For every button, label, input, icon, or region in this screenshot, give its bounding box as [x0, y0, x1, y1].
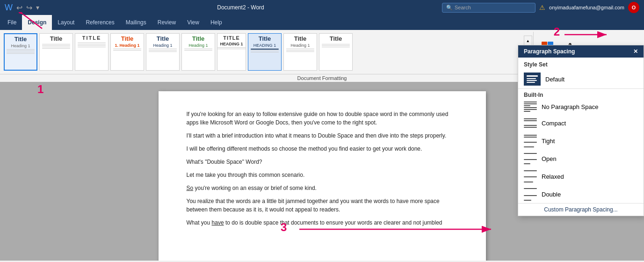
title-bar-center: Document2 - Word	[39, 4, 442, 11]
style-title-7: TITLE	[223, 35, 240, 41]
tight-icon	[524, 134, 537, 147]
title-bar-left: W ↩ ↪ ▾	[5, 3, 39, 13]
spacing-option-no-space[interactable]: No Paragraph Space	[518, 99, 644, 114]
style-title-4: Title	[121, 35, 134, 42]
paragraph-6: So you're working on an essay or brief o…	[187, 184, 458, 192]
search-icon: 🔍	[446, 5, 453, 11]
redo-btn[interactable]: ↪	[26, 3, 32, 12]
paragraph-3: I will be offering different methods so …	[187, 145, 458, 153]
svg-rect-2	[527, 75, 538, 77]
document-title: Document2 - Word	[217, 4, 264, 11]
user-email: onyimaduafamefuna@gmail.com	[549, 5, 624, 10]
no-space-label: No Paragraph Space	[542, 103, 598, 110]
ribbon-content: Title Heading 1 Title TITLE	[0, 30, 644, 74]
style-subtitle-4: 1. Heading 1	[115, 43, 139, 48]
paragraph-7: You realize that the words are a little …	[187, 197, 458, 214]
search-placeholder: Search	[455, 5, 471, 10]
style-title-5: Title	[157, 35, 169, 42]
default-style-icon	[526, 74, 539, 84]
spacing-option-open[interactable]: Open	[518, 150, 644, 167]
compact-label: Compact	[542, 120, 566, 127]
tab-view[interactable]: View	[181, 15, 205, 30]
tab-design[interactable]: Design	[22, 15, 52, 30]
title-bar: W ↩ ↪ ▾ Document2 - Word 🔍 Search ⚠ onyi…	[0, 0, 644, 15]
underline-have: have	[212, 219, 224, 226]
style-subtitle-5: Heading 1	[153, 43, 172, 48]
paragraph-spacing-dropdown: Paragraph Spacing ✕ Style Set Default	[518, 45, 644, 216]
paragraph-1: If you're looking for an easy to follow …	[187, 110, 458, 127]
annotation-2: 2	[554, 25, 560, 38]
style-item-6[interactable]: Title Heading 1	[181, 33, 215, 71]
style-item-1[interactable]: Title Heading 1	[4, 33, 37, 71]
style-subtitle-6: Heading 1	[188, 43, 208, 48]
custom-spacing-button[interactable]: Custom Paragraph Spacing...	[518, 203, 644, 216]
style-item-4[interactable]: Title 1. Heading 1	[110, 33, 144, 71]
style-item-10[interactable]: Title	[319, 33, 353, 71]
style-gallery: Title Heading 1 Title TITLE	[0, 32, 523, 72]
style-subtitle-7: HEADING 1	[220, 42, 243, 46]
tab-mailings[interactable]: Mailings	[120, 15, 152, 30]
gallery-up[interactable]: ▲	[524, 36, 532, 46]
style-item-3[interactable]: TITLE	[75, 33, 109, 71]
paragraph-4: What's "Double Space" Word?	[187, 158, 458, 166]
style-title-9: Title	[294, 35, 307, 42]
tab-help[interactable]: Help	[205, 15, 228, 30]
underline-so: So	[187, 185, 194, 191]
style-item-5[interactable]: Title Heading 1	[146, 33, 180, 71]
paragraph-2: I'll start with a brief introduction int…	[187, 131, 458, 140]
style-title-10: Title	[330, 35, 342, 42]
dropdown-header: Paragraph Spacing ✕	[518, 45, 644, 58]
default-option[interactable]: Default	[518, 70, 644, 88]
search-box[interactable]: 🔍 Search	[442, 3, 535, 13]
undo-btn[interactable]: ↩	[16, 3, 22, 12]
double-label: Double	[542, 191, 561, 198]
default-label: Default	[545, 76, 564, 83]
spacing-option-double[interactable]: Double	[518, 185, 644, 203]
compact-icon	[524, 116, 537, 130]
tab-file[interactable]: File	[2, 15, 22, 30]
warning-icon: ⚠	[539, 4, 545, 11]
style-subtitle-1: Heading 1	[11, 44, 30, 48]
style-subtitle-8: HEADING 1	[253, 43, 276, 48]
tab-review[interactable]: Review	[152, 15, 181, 30]
open-label: Open	[542, 155, 557, 162]
relaxed-icon	[524, 170, 537, 183]
style-item-7[interactable]: TITLE HEADING 1	[217, 33, 246, 71]
relaxed-label: Relaxed	[542, 173, 564, 180]
double-icon	[524, 188, 537, 201]
style-set-label: Style Set	[518, 58, 644, 70]
style-item-8[interactable]: Title HEADING 1	[248, 33, 282, 71]
open-icon	[524, 152, 537, 165]
spacing-option-relaxed[interactable]: Relaxed	[518, 167, 644, 185]
style-item-9[interactable]: Title Heading 1	[283, 33, 317, 71]
tight-label: Tight	[542, 138, 555, 145]
style-title-8: Title	[259, 35, 271, 42]
tab-references[interactable]: References	[80, 15, 120, 30]
arrow-2	[560, 28, 616, 42]
style-title-2: Title	[50, 35, 63, 42]
annotation-3: 3	[281, 221, 287, 234]
custom-spacing-label: Custom Paragraph Spacing...	[544, 206, 617, 213]
svg-rect-3	[527, 78, 536, 79]
builtin-label: Built-In	[518, 88, 644, 99]
arrow-3	[295, 222, 496, 236]
spacing-option-tight[interactable]: Tight	[518, 132, 644, 150]
annotation-1: 1	[37, 83, 43, 96]
style-title-1: Title	[14, 36, 27, 43]
title-bar-right: 🔍 Search ⚠ onyimaduafamefuna@gmail.com O	[442, 2, 639, 13]
user-avatar: O	[628, 2, 639, 13]
ribbon-tabs: File Design Layout References Mailings R…	[0, 15, 644, 30]
dropdown-close[interactable]: ✕	[633, 48, 638, 55]
word-icon[interactable]: W	[5, 3, 13, 13]
spacing-option-compact[interactable]: Compact	[518, 114, 644, 132]
customize-btn[interactable]: ▾	[36, 4, 39, 11]
svg-rect-5	[527, 82, 535, 83]
tab-layout[interactable]: Layout	[52, 15, 80, 30]
svg-rect-4	[527, 80, 537, 81]
style-item-2[interactable]: Title	[39, 33, 73, 71]
style-title-3: TITLE	[82, 35, 101, 41]
style-subtitle-9: Heading 1	[290, 43, 310, 48]
dropdown-title: Paragraph Spacing	[524, 48, 575, 55]
paragraph-5: Let me take you through this common scen…	[187, 171, 458, 179]
style-title-6: Title	[192, 35, 205, 42]
